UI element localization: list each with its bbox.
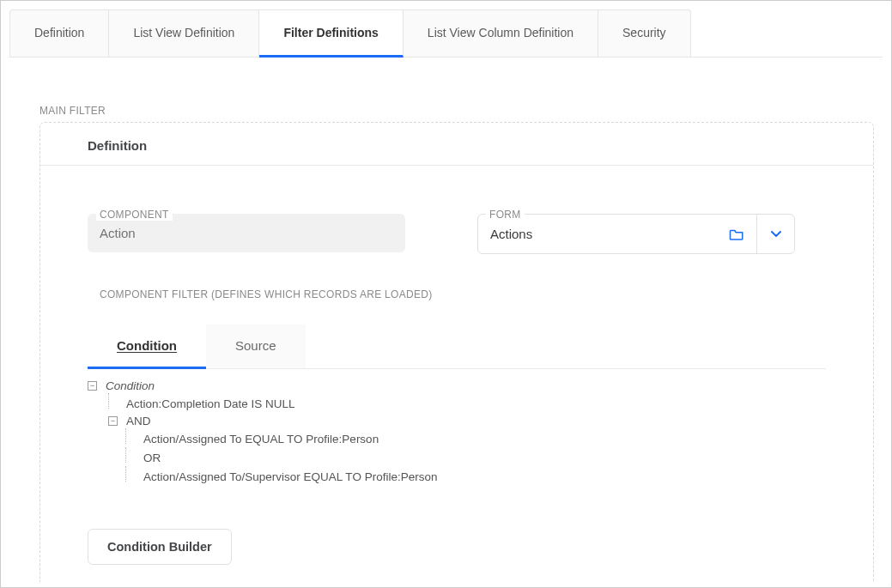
tree-or-node[interactable]: OR bbox=[88, 448, 826, 467]
form-label: FORM bbox=[486, 209, 525, 221]
tree-node[interactable]: Action/Assigned To EQUAL TO Profile:Pers… bbox=[88, 429, 826, 448]
tree-and-label: AND bbox=[126, 415, 151, 427]
tree-node-label: Action/Assigned To/Supervisor EQUAL TO P… bbox=[143, 470, 437, 483]
form-dropdown-toggle[interactable] bbox=[756, 215, 794, 253]
top-tabs: Definition List View Definition Filter D… bbox=[9, 9, 883, 58]
tab-security[interactable]: Security bbox=[598, 9, 691, 57]
tree-root[interactable]: − Condition bbox=[88, 378, 826, 394]
tab-definition[interactable]: Definition bbox=[9, 9, 109, 57]
collapse-icon[interactable]: − bbox=[108, 416, 118, 426]
condition-builder-button[interactable]: Condition Builder bbox=[88, 529, 232, 565]
tree-node-label: Action:Completion Date IS NULL bbox=[126, 397, 295, 410]
condition-tree: − Condition Action:Completion Date IS NU… bbox=[88, 378, 826, 486]
tree-node[interactable]: Action:Completion Date IS NULL bbox=[88, 394, 826, 413]
chevron-down-icon bbox=[771, 231, 781, 238]
inner-tabs: Condition Source bbox=[88, 324, 826, 369]
form-select[interactable]: Actions bbox=[477, 214, 795, 254]
tab-filter-definitions[interactable]: Filter Definitions bbox=[259, 9, 403, 58]
tree-node[interactable]: Action/Assigned To/Supervisor EQUAL TO P… bbox=[88, 467, 826, 486]
tree-node-label: Action/Assigned To EQUAL TO Profile:Pers… bbox=[143, 433, 379, 446]
panel-header: Definition bbox=[40, 123, 873, 166]
folder-icon[interactable] bbox=[729, 227, 744, 241]
component-label: COMPONENT bbox=[96, 209, 173, 221]
main-filter-label: MAIN FILTER bbox=[39, 105, 883, 117]
inner-tab-condition[interactable]: Condition bbox=[88, 324, 206, 369]
tab-list-view-column-definition[interactable]: List View Column Definition bbox=[404, 9, 598, 57]
tree-and-node[interactable]: − AND bbox=[88, 413, 826, 429]
component-filter-heading: COMPONENT FILTER (DEFINES WHICH RECORDS … bbox=[100, 288, 826, 300]
collapse-icon[interactable]: − bbox=[88, 381, 97, 391]
tree-or-label: OR bbox=[143, 452, 161, 464]
tab-list-view-definition[interactable]: List View Definition bbox=[109, 9, 259, 57]
main-filter-panel: Definition COMPONENT Action FORM Actions bbox=[39, 122, 874, 582]
form-value: Actions bbox=[490, 227, 532, 241]
inner-tab-source[interactable]: Source bbox=[206, 324, 306, 368]
tree-root-label: Condition bbox=[106, 379, 155, 392]
